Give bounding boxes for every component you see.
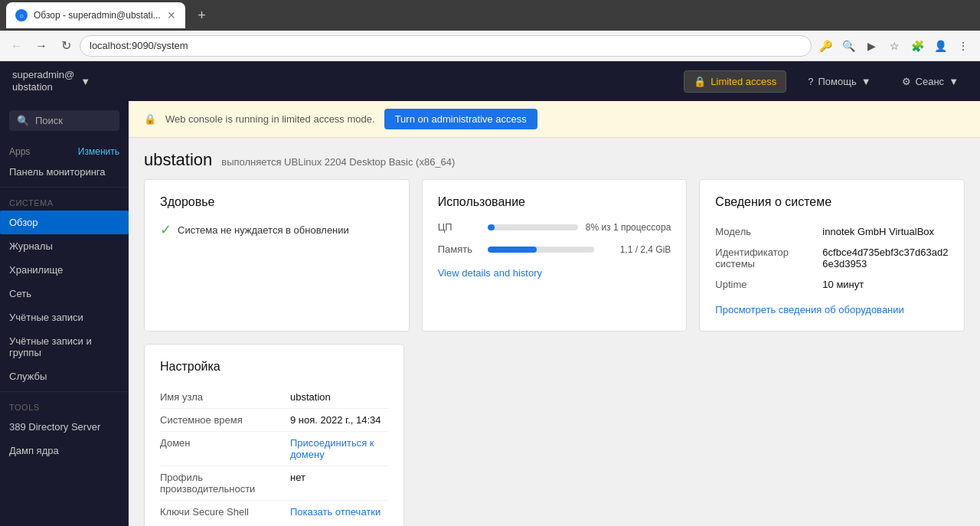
menu-icon[interactable]: ⋮ <box>952 35 974 57</box>
browser-tab[interactable]: ○ Обзор - superadmin@ubstati... ✕ <box>6 2 185 28</box>
change-link[interactable]: Изменить <box>78 146 119 157</box>
check-icon: ✓ <box>160 221 172 238</box>
domain-label: Домен <box>160 432 290 466</box>
view-details-link[interactable]: View details and history <box>438 267 671 279</box>
bookmark-icon[interactable]: ☆ <box>884 35 905 57</box>
sidebar-item-accounts[interactable]: Учётные записи <box>0 305 129 329</box>
apps-section-header: Apps Изменить <box>0 140 129 160</box>
sidebar-divider <box>0 187 129 188</box>
cards-row: Здоровье ✓ Система не нуждается в обновл… <box>129 179 980 332</box>
admin-access-button[interactable]: Turn on administrative access <box>384 109 537 129</box>
sysinfo-card: Сведения о системе Модель innotek GmbH V… <box>699 179 965 332</box>
limited-access-button[interactable]: 🔒 Limited access <box>684 70 786 93</box>
browser-chrome: ○ Обзор - superadmin@ubstati... ✕ + <box>0 0 980 31</box>
id-row: Идентификатор системы 6cfbce4d735ebf3c37… <box>715 242 949 274</box>
memory-progress-bar-wrap <box>488 247 595 253</box>
cpu-value: 8% из 1 процессора <box>586 222 671 233</box>
sysinfo-table: Модель innotek GmbH VirtualBox Идентифик… <box>715 221 949 295</box>
perf-row: Профиль производительности нет <box>160 466 388 501</box>
address-text: localhost:9090/system <box>90 40 188 51</box>
search-icon: 🔍 <box>17 115 29 126</box>
help-button[interactable]: ? Помощь ▼ <box>799 71 880 92</box>
settings-table: Имя узла ubstation Системное время 9 ноя… <box>160 386 388 523</box>
nav-icons: 🔑 🔍 ▶ ☆ 🧩 👤 ⋮ <box>815 35 974 57</box>
sidebar-item-directory-server[interactable]: 389 Directory Server <box>0 415 129 439</box>
sidebar-search-area: 🔍 Поиск <box>0 101 129 140</box>
ssh-label: Ключи Secure Shell <box>160 501 290 524</box>
alert-icon: 🔒 <box>144 113 156 125</box>
model-label: Модель <box>715 221 822 242</box>
user-dropdown-icon: ▼ <box>80 76 90 87</box>
tab-close-button[interactable]: ✕ <box>167 9 176 21</box>
help-icon: ? <box>808 76 813 87</box>
id-label: Идентификатор системы <box>715 242 822 274</box>
perf-value: нет <box>290 466 388 501</box>
health-card-title: Здоровье <box>160 195 394 209</box>
system-category: Система <box>0 191 129 211</box>
extensions-icon[interactable]: 🧩 <box>906 35 928 57</box>
address-bar[interactable]: localhost:9090/system <box>80 35 812 57</box>
sidebar-item-accounts-groups[interactable]: Учётные записи и группы <box>0 329 129 364</box>
ssh-row: Ключи Secure Shell Показать отпечатки <box>160 501 388 524</box>
alert-message: Web console is running in limited access… <box>165 113 375 125</box>
sidebar-item-overview[interactable]: Обзор <box>0 211 129 234</box>
uptime-label: Uptime <box>715 274 822 295</box>
health-card: Здоровье ✓ Система не нуждается в обновл… <box>144 179 410 332</box>
reload-button[interactable]: ↻ <box>55 35 77 57</box>
health-status: ✓ Система не нуждается в обновлении <box>160 221 394 238</box>
settings-card-title: Настройка <box>160 360 388 374</box>
ssh-link[interactable]: Показать отпечатки <box>290 506 381 518</box>
page-subtitle: выполняется UBLinux 2204 Desktop Basic (… <box>221 156 455 168</box>
tools-category: Tools <box>0 395 129 415</box>
domain-row: Домен Присоединиться к домену <box>160 432 388 466</box>
cast-icon[interactable]: ▶ <box>861 35 882 57</box>
search-box[interactable]: 🔍 Поиск <box>9 110 119 131</box>
bottom-card-row: Настройка Имя узла ubstation Системное в… <box>129 344 980 526</box>
hardware-link[interactable]: Просмотреть сведения об оборудовании <box>715 304 949 315</box>
cpu-progress-bar <box>488 224 495 230</box>
back-button[interactable]: ← <box>6 35 28 57</box>
tab-title: Обзор - superadmin@ubstati... <box>34 10 161 21</box>
uptime-row: Uptime 10 минут <box>715 274 949 295</box>
main-content: 🔒 Web console is running in limited acce… <box>129 101 980 526</box>
cpu-label: ЦП <box>438 221 480 233</box>
time-row: Системное время 9 ноя. 2022 г., 14:34 <box>160 409 388 432</box>
uptime-value: 10 минут <box>822 274 949 295</box>
search-icon[interactable]: 🔍 <box>838 35 859 57</box>
time-label: Системное время <box>160 409 290 432</box>
settings-card: Настройка Имя узла ubstation Системное в… <box>144 344 404 526</box>
model-row: Модель innotek GmbH VirtualBox <box>715 221 949 242</box>
session-button[interactable]: ⚙ Сеанс ▼ <box>893 71 968 92</box>
domain-value: Присоединиться к домену <box>290 432 388 466</box>
sidebar-item-network[interactable]: Сеть <box>0 282 129 305</box>
memory-usage-row: Память 1,1 / 2,4 GiB <box>438 243 671 255</box>
id-value: 6cfbce4d735ebf3c37d63ad26e3d3953 <box>822 242 949 274</box>
hostname-value: ubstation <box>290 386 388 409</box>
user-info[interactable]: superadmin@ ubstation ▼ <box>12 69 90 93</box>
help-dropdown-icon: ▼ <box>861 76 871 87</box>
app-header: superadmin@ ubstation ▼ 🔒 Limited access… <box>0 61 980 101</box>
model-value: innotek GmbH VirtualBox <box>822 221 949 242</box>
sidebar: 🔍 Поиск Apps Изменить Панель мониторинга… <box>0 101 129 526</box>
sidebar-item-storage[interactable]: Хранилище <box>0 258 129 282</box>
cpu-usage-row: ЦП 8% из 1 процессора <box>438 221 671 233</box>
sidebar-item-logs[interactable]: Журналы <box>0 234 129 258</box>
sidebar-divider-2 <box>0 391 129 392</box>
memory-label: Память <box>438 243 480 255</box>
forward-button[interactable]: → <box>31 35 52 57</box>
sidebar-item-monitoring[interactable]: Панель мониторинга <box>0 160 129 184</box>
memory-progress-bar <box>488 247 537 253</box>
app-body: 🔍 Поиск Apps Изменить Панель мониторинга… <box>0 101 980 526</box>
sidebar-item-services[interactable]: Службы <box>0 364 129 388</box>
domain-link[interactable]: Присоединиться к домену <box>290 437 374 460</box>
user-name: superadmin@ ubstation <box>12 69 74 93</box>
key-icon[interactable]: 🔑 <box>815 35 836 57</box>
time-value: 9 ноя. 2022 г., 14:34 <box>290 409 388 432</box>
hostname-label: Имя узла <box>160 386 290 409</box>
memory-value: 1,1 / 2,4 GiB <box>602 244 671 255</box>
usage-card: Использование ЦП 8% из 1 процессора Памя… <box>422 179 688 332</box>
profile-icon[interactable]: 👤 <box>929 35 951 57</box>
usage-card-title: Использование <box>438 195 671 209</box>
new-tab-button[interactable]: + <box>191 5 213 26</box>
sidebar-item-dump[interactable]: Дамп ядра <box>0 439 129 462</box>
